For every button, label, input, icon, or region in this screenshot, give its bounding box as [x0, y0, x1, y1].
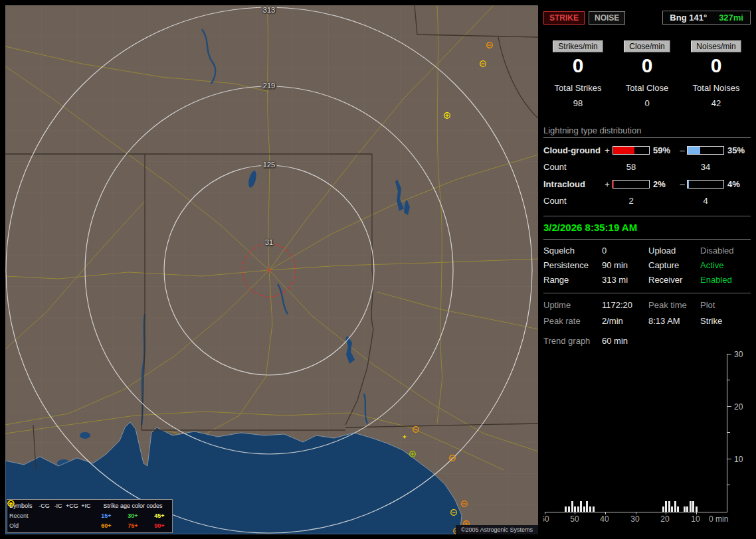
- y-tick-30: 30: [734, 350, 743, 359]
- stats-grid: Uptime 1172:20 Peak time Plot Peak rate …: [543, 300, 751, 326]
- intracloud-label: Intracloud: [543, 179, 602, 189]
- intracloud-negative-pct: 4%: [724, 179, 751, 189]
- cloud-ground-label: Cloud-ground: [543, 145, 602, 155]
- peak-rate-label: Peak rate: [543, 316, 602, 326]
- intracloud-positive-bar: [613, 180, 650, 189]
- age-30: 30+: [120, 512, 146, 519]
- strike-mode-button[interactable]: STRIKE: [543, 11, 585, 25]
- intracloud-negative-count: 4: [687, 196, 724, 206]
- intracloud-positive-pct: 2%: [650, 179, 678, 189]
- current-datetime: 3/2/2026 8:35:19 AM: [543, 222, 751, 233]
- y-tick-20: 20: [734, 402, 743, 412]
- plot-value: Strike: [700, 316, 751, 326]
- close-per-min-value: 0: [613, 55, 682, 76]
- age-60: 60+: [93, 522, 120, 529]
- capture-status: Active: [700, 260, 751, 270]
- plus-sign: +: [602, 179, 613, 189]
- cloud-ground-negative-bar: [687, 146, 724, 155]
- squelch-label: Squelch: [543, 246, 602, 256]
- rate-counters: Strikes/min 0 Total Strikes 98 Close/min…: [543, 40, 751, 108]
- range-ring-label-219: 219: [261, 82, 277, 90]
- strikes-per-min-column: Strikes/min 0 Total Strikes 98: [543, 40, 613, 108]
- lightning-map[interactable]: 313 219 125 31 Symbols -CG -IC +CG +IC S…: [5, 5, 538, 534]
- age-90: 90+: [146, 522, 173, 529]
- squelch-value: 0: [602, 246, 648, 256]
- trend-graph-label: Trend graph: [543, 336, 602, 346]
- close-per-min-column: Close/min 0 Total Close 0: [613, 40, 682, 108]
- range-ring-label-31: 31: [263, 239, 275, 246]
- peak-time-label: Peak time: [648, 300, 700, 310]
- age-75: 75+: [120, 522, 146, 529]
- minus-sign: –: [678, 179, 687, 189]
- intracloud-negative-bar: [687, 180, 724, 189]
- trend-graph-row: Trend graph 60 min: [543, 336, 751, 346]
- mode-row: STRIKE NOISE Bng 141° 327mi: [543, 11, 751, 25]
- range-ring-label-313: 313: [261, 7, 277, 14]
- strikes-per-min-button[interactable]: Strikes/min: [553, 40, 603, 52]
- capture-label: Capture: [648, 260, 700, 270]
- bearing-display: Bng 141° 327mi: [662, 11, 751, 25]
- noise-mode-button[interactable]: NOISE: [589, 11, 625, 25]
- x-tick-60: 60: [543, 514, 552, 524]
- receiver-status: Enabled: [700, 275, 751, 285]
- total-strikes-label: Total Strikes: [543, 83, 613, 93]
- legend-col-neg-cg: -CG: [37, 502, 51, 509]
- legend-old-label: Old: [9, 522, 37, 529]
- uptime-label: Uptime: [543, 300, 602, 310]
- cloud-ground-positive-count: 58: [613, 162, 650, 172]
- cloud-ground-negative-count: 34: [687, 162, 724, 172]
- legend-col-pos-cg: +CG: [65, 502, 79, 509]
- range-value: 313 mi: [602, 275, 648, 285]
- divider: [543, 293, 751, 293]
- cloud-ground-positive-bar: [613, 146, 650, 155]
- plus-sign: +: [602, 145, 613, 155]
- origin-label: 0 min: [709, 514, 728, 524]
- minus-sign: –: [678, 145, 687, 155]
- close-per-min-button[interactable]: Close/min: [624, 40, 670, 52]
- cloud-ground-positive-pct: 59%: [650, 145, 678, 155]
- upload-status: Disabled: [700, 246, 751, 256]
- legend-col-pos-ic: +IC: [79, 502, 93, 509]
- upload-label: Upload: [648, 246, 700, 256]
- legend-age-header: Strike age color codes: [93, 502, 173, 509]
- cloud-ground-count-row: Count 58 34: [543, 162, 751, 172]
- trend-chart: 30 20 10 60 50 40 30 20 10 0 min: [543, 351, 751, 525]
- total-noises-value: 42: [682, 98, 751, 108]
- cloud-ground-negative-pct: 35%: [724, 145, 751, 155]
- y-tick-10: 10: [734, 455, 743, 464]
- total-close-label: Total Close: [613, 83, 682, 93]
- intracloud-row: Intracloud + 2% – 4%: [543, 179, 751, 189]
- peak-time-value: 8:13 AM: [648, 316, 700, 326]
- age-45: 45+: [146, 512, 173, 519]
- control-panel: STRIKE NOISE Bng 141° 327mi Strikes/min …: [543, 5, 751, 534]
- legend-col-neg-ic: -IC: [51, 502, 65, 509]
- trend-plot-area: [545, 354, 727, 512]
- count-label: Count: [543, 162, 602, 172]
- noises-per-min-button[interactable]: Noises/min: [691, 40, 741, 52]
- intracloud-positive-count: 2: [613, 196, 650, 206]
- x-tick-20: 20: [658, 514, 672, 524]
- x-tick-40: 40: [597, 514, 612, 524]
- datetime-section: 3/2/2026 8:35:19 AM: [543, 216, 751, 240]
- x-tick-30: 30: [628, 514, 642, 524]
- total-strikes-value: 98: [543, 98, 613, 108]
- x-tick-50: 50: [567, 514, 582, 524]
- legend-recent-label: Recent: [9, 512, 37, 519]
- total-noises-label: Total Noises: [682, 83, 751, 93]
- range-label: Range: [543, 275, 602, 285]
- distribution-title: Lightning type distribution: [543, 125, 751, 138]
- count-label: Count: [543, 196, 602, 206]
- range-ring-label-125: 125: [261, 161, 277, 169]
- bearing-label: Bng 141°: [670, 13, 707, 23]
- noises-per-min-column: Noises/min 0 Total Noises 42: [682, 40, 751, 108]
- trend-graph-window: 60 min: [602, 336, 751, 346]
- cloud-ground-row: Cloud-ground + 59% – 35%: [543, 145, 751, 155]
- uptime-value: 1172:20: [602, 300, 648, 310]
- status-grid: Squelch 0 Upload Disabled Persistence 90…: [543, 246, 751, 285]
- map-legend: Symbols -CG -IC +CG +IC Strike age color…: [7, 499, 173, 533]
- copyright-text: ©2005 Astrogenic Systems: [456, 525, 538, 534]
- peak-rate-value: 2/min: [602, 316, 648, 326]
- age-15: 15+: [93, 512, 120, 519]
- intracloud-count-row: Count 2 4: [543, 196, 751, 206]
- x-tick-10: 10: [688, 514, 703, 524]
